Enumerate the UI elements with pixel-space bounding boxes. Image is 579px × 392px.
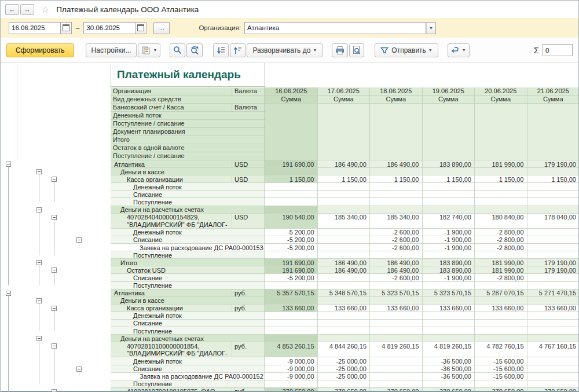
amount-cell[interactable] [527, 206, 579, 214]
report-variant-button[interactable]: ▼ [138, 43, 160, 57]
amount-cell[interactable]: 5 323 570,15 [370, 290, 423, 297]
amount-cell[interactable]: -9 000,00 [265, 365, 318, 373]
amount-cell[interactable] [527, 229, 579, 236]
amount-cell[interactable]: -15 600,00 [475, 365, 527, 373]
amount-cell[interactable]: -5 200,00 [265, 229, 318, 236]
amount-cell[interactable] [527, 335, 579, 342]
row-label[interactable]: Атлантика [111, 290, 232, 297]
amount-cell[interactable] [318, 297, 371, 305]
amount-cell[interactable]: -2 800,00 [475, 229, 527, 236]
row-label[interactable]: Поступление [111, 198, 265, 206]
amount-cell[interactable] [318, 236, 371, 244]
amount-cell[interactable]: 186 490,00 [318, 266, 371, 274]
amount-cell[interactable]: 191 690,00 [265, 160, 318, 168]
amount-cell[interactable] [475, 198, 527, 206]
amount-cell[interactable] [527, 297, 579, 305]
amount-cell[interactable]: 133 660,00 [265, 305, 318, 312]
amount-cell[interactable] [370, 357, 423, 365]
collapse-toggle[interactable] [36, 298, 42, 303]
amount-cell[interactable]: -15 600,00 [475, 357, 527, 365]
search-next-button[interactable] [186, 43, 203, 57]
row-label[interactable]: Заявка на расходование ДС РА00-000153 от… [111, 244, 265, 251]
amount-cell[interactable] [475, 251, 527, 259]
amount-cell[interactable]: -36 500,00 [423, 365, 475, 373]
amount-cell[interactable] [527, 183, 579, 190]
amount-cell[interactable]: -36 500,00 [423, 357, 475, 365]
amount-cell[interactable] [265, 335, 318, 342]
collapse-toggle[interactable] [76, 367, 82, 372]
amount-cell[interactable] [475, 335, 527, 342]
row-label[interactable]: Деньги на расчетных счетах [111, 206, 265, 214]
amount-cell[interactable] [318, 335, 371, 342]
amount-cell[interactable]: -36 500,00 [423, 373, 475, 380]
amount-cell[interactable]: 179 190,00 [527, 266, 579, 274]
amount-cell[interactable] [370, 206, 423, 214]
amount-cell[interactable]: 186 490,00 [318, 160, 371, 168]
date-to-input[interactable] [83, 22, 135, 34]
amount-cell[interactable]: 1 150,00 [265, 175, 318, 183]
amount-cell[interactable] [370, 380, 423, 388]
amount-cell[interactable] [265, 183, 318, 190]
collapse-toggle[interactable] [52, 389, 57, 392]
amount-cell[interactable]: 183 890,00 [423, 266, 475, 274]
amount-cell[interactable]: 181 990,00 [475, 266, 527, 274]
amount-cell[interactable] [265, 198, 318, 206]
collapse-toggle[interactable] [36, 169, 42, 174]
collapse-toggle[interactable] [36, 207, 42, 213]
amount-cell[interactable] [475, 380, 527, 388]
amount-cell[interactable]: -9 000,00 [265, 373, 318, 380]
amount-cell[interactable]: -1 900,00 [423, 236, 475, 244]
amount-cell[interactable] [370, 168, 423, 175]
amount-cell[interactable]: 5 287 070,15 [475, 290, 527, 297]
forward-button[interactable]: → [20, 4, 34, 15]
amount-cell[interactable] [423, 380, 475, 388]
row-label[interactable]: Атлантика [111, 160, 232, 168]
amount-cell[interactable] [318, 380, 371, 388]
row-label[interactable]: Деньги в кассе [111, 168, 265, 175]
amount-cell[interactable] [318, 312, 371, 320]
amount-cell[interactable]: -2 800,00 [475, 244, 527, 251]
amount-cell[interactable] [318, 183, 371, 190]
amount-cell[interactable] [318, 198, 371, 206]
amount-cell[interactable]: 178 040,00 [527, 214, 579, 229]
row-label[interactable]: Поступление [111, 282, 265, 290]
amount-cell[interactable] [423, 251, 475, 259]
favorite-star-icon[interactable]: ☆ [41, 4, 49, 15]
amount-cell[interactable] [370, 297, 423, 305]
amount-cell[interactable] [265, 251, 318, 259]
amount-cell[interactable] [423, 312, 475, 320]
row-label[interactable]: Денежный поток [111, 357, 265, 365]
amount-cell[interactable]: 5 348 570,15 [318, 290, 371, 297]
amount-cell[interactable] [370, 327, 423, 335]
amount-cell[interactable] [265, 327, 318, 335]
amount-cell[interactable] [370, 335, 423, 342]
amount-cell[interactable] [527, 357, 579, 365]
amount-cell[interactable]: 191 690,00 [265, 266, 318, 274]
amount-cell[interactable] [527, 373, 579, 380]
amount-cell[interactable]: 133 660,00 [475, 305, 527, 312]
amount-cell[interactable] [527, 282, 579, 290]
organization-input[interactable] [244, 22, 426, 34]
amount-cell[interactable] [318, 229, 371, 236]
amount-cell[interactable] [265, 168, 318, 175]
amount-cell[interactable]: 191 690,00 [265, 259, 318, 266]
amount-cell[interactable] [475, 327, 527, 335]
amount-cell[interactable]: -25 000,00 [318, 357, 371, 365]
search-button[interactable] [170, 43, 185, 57]
amount-cell[interactable]: 4 819 260,15 [423, 342, 475, 357]
collapse-toggle[interactable] [52, 268, 57, 273]
row-currency[interactable]: руб. [232, 342, 265, 357]
row-currency[interactable]: USD [232, 175, 265, 183]
amount-cell[interactable] [370, 365, 423, 373]
amount-cell[interactable] [370, 190, 423, 198]
row-label[interactable]: Списание [111, 236, 265, 244]
amount-cell[interactable] [423, 335, 475, 342]
collapse-toggle[interactable] [36, 336, 42, 341]
amount-cell[interactable]: 4 782 760,15 [475, 342, 527, 357]
amount-cell[interactable] [318, 251, 371, 259]
amount-cell[interactable] [423, 297, 475, 305]
amount-cell[interactable]: -2 800,00 [475, 236, 527, 244]
amount-cell[interactable]: 1 150,00 [318, 175, 371, 183]
row-label[interactable]: Остаток USD [111, 266, 265, 274]
amount-cell[interactable]: -1 900,00 [423, 274, 475, 281]
